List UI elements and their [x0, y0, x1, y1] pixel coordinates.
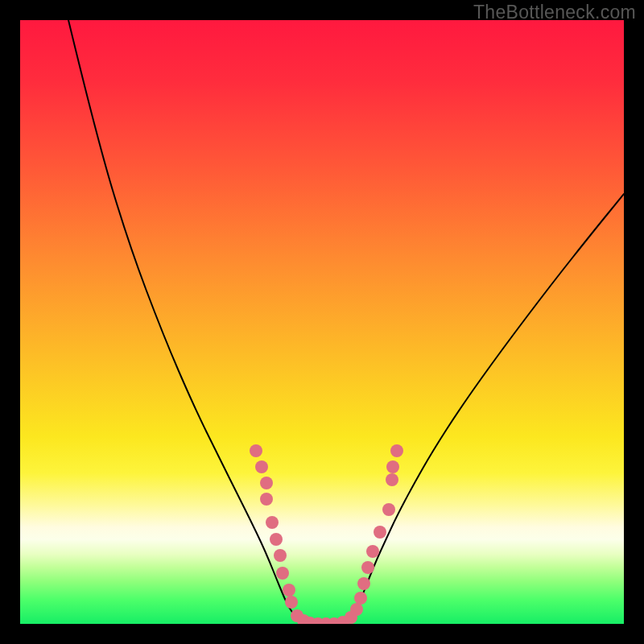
highlight-dot — [350, 603, 363, 616]
highlight-dot — [255, 460, 268, 473]
highlight-dot — [283, 584, 295, 597]
highlight-dot — [274, 549, 287, 562]
highlight-dot — [354, 592, 367, 605]
highlight-dot — [382, 503, 395, 516]
highlight-dot — [374, 526, 386, 539]
highlight-dot — [366, 545, 379, 558]
chart-svg — [20, 20, 624, 624]
highlight-dot — [361, 561, 374, 574]
plot-area — [20, 20, 624, 624]
bottleneck-curve — [68, 20, 624, 623]
highlight-dot — [386, 473, 398, 486]
highlight-dot — [260, 493, 273, 506]
watermark-text: TheBottleneck.com — [473, 2, 636, 23]
highlight-dot — [390, 444, 403, 457]
highlight-dot — [266, 516, 279, 529]
chart-frame: TheBottleneck.com — [0, 0, 644, 644]
highlight-dots-group — [250, 444, 403, 624]
highlight-dot — [270, 533, 283, 546]
highlight-dot — [260, 477, 273, 489]
highlight-dot — [276, 567, 289, 580]
highlight-dot — [386, 460, 399, 473]
highlight-dot — [250, 444, 262, 457]
highlight-dot — [285, 596, 298, 609]
highlight-dot — [357, 577, 370, 590]
